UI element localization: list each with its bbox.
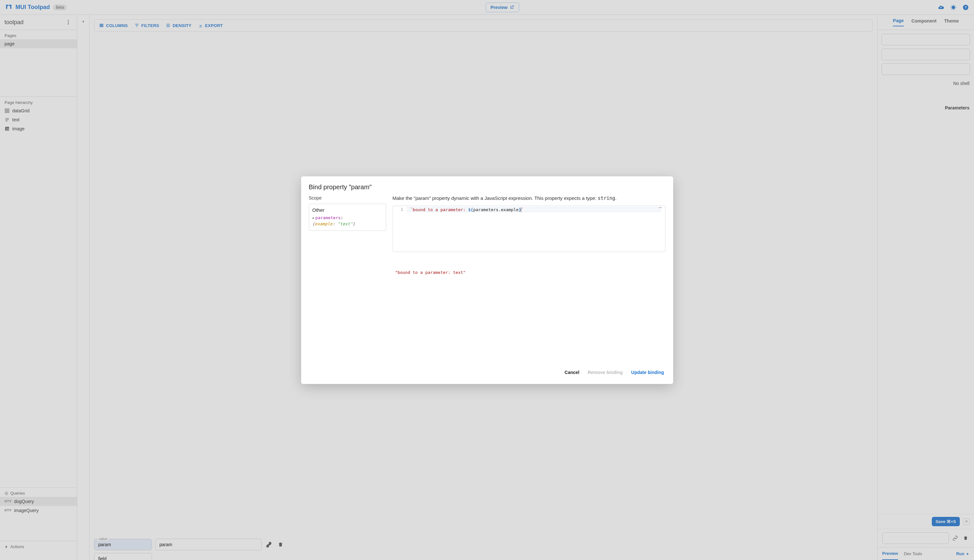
editor-code-line[interactable]: `bound to a parameter: ${parameters.exam… — [410, 207, 665, 212]
update-binding-button[interactable]: Update binding — [630, 368, 665, 377]
bind-property-dialog: Bind property "param" Scope Other ▸param… — [301, 177, 673, 384]
expression-editor[interactable]: 1 `bound to a parameter: ${parameters.ex… — [393, 206, 665, 252]
binding-description: Make the "param" property dynamic with a… — [393, 195, 665, 201]
scope-inspector[interactable]: Other ▸parameters: {example: "text"} — [309, 204, 386, 231]
scope-parameters-key[interactable]: parameters — [315, 215, 341, 220]
evaluation-result: "bound to a parameter: text" — [393, 270, 665, 275]
scope-label: Scope — [309, 195, 386, 200]
scope-section-other: Other — [312, 207, 383, 213]
modal-overlay: Bind property "param" Scope Other ▸param… — [0, 0, 974, 560]
expand-triangle-icon[interactable]: ▸ — [312, 215, 315, 220]
modal-title: Bind property "param" — [309, 183, 665, 191]
editor-gutter: 1 — [393, 206, 406, 252]
remove-binding-button: Remove binding — [586, 368, 624, 377]
minimap-indicator — [659, 207, 662, 208]
cancel-button[interactable]: Cancel — [563, 368, 581, 377]
